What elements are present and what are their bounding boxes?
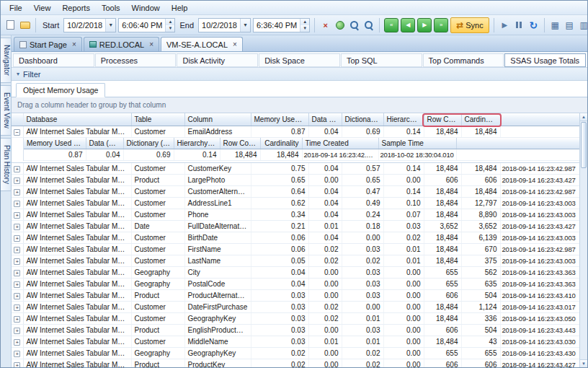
expander-cell[interactable]: + — [12, 267, 23, 279]
table-row[interactable]: +AW Internet Sales Tabular Mode...DateFu… — [12, 221, 579, 232]
col-header-data[interactable]: Data (MB) — [308, 113, 342, 126]
clear-icon[interactable]: × — [319, 19, 331, 31]
end-time-input[interactable]: 6:36:40 PM ▲▼ — [253, 18, 310, 32]
tab-ssas-usage-totals[interactable]: SSAS Usage Totals — [504, 53, 586, 67]
scrollbar-thumb[interactable] — [581, 122, 587, 168]
expander-cell[interactable]: + — [12, 255, 23, 267]
tab-top-sql[interactable]: Top SQL — [341, 53, 422, 67]
tab-start-page[interactable]: Start Page × — [14, 37, 82, 51]
table-row[interactable]: +AW Internet Sales Tabular Mode...Custom… — [12, 232, 579, 244]
col-header-dictionary[interactable]: Dictionary (MB) — [342, 113, 383, 126]
cascade-windows-icon[interactable]: ▤ — [564, 19, 576, 31]
tab-red-local[interactable]: RED.LOCAL × — [84, 37, 159, 51]
expand-icon[interactable]: + — [14, 224, 20, 230]
collapse-icon[interactable]: − — [14, 129, 20, 136]
chevron-down-icon[interactable]: ▾ — [240, 19, 250, 32]
col-header-hierarchy[interactable]: Hierarchy (MB) — [383, 113, 424, 126]
table-row[interactable]: +AW Internet Sales Tabular Mode...Custom… — [12, 336, 579, 348]
detail-col-time-created[interactable]: Time Created — [302, 138, 378, 149]
next-sample-button[interactable]: ▶ — [417, 18, 432, 32]
filter-bar[interactable]: ▾ Filter — [12, 68, 587, 81]
col-header-time-created[interactable] — [500, 113, 579, 126]
end-time-spinner[interactable]: ▲▼ — [300, 19, 309, 32]
start-date-input[interactable]: 10/2/2018 ▾ — [63, 18, 116, 32]
detail-col-cardinality[interactable]: Cardinality — [260, 138, 302, 149]
expand-icon[interactable]: + — [14, 351, 20, 357]
table-row[interactable]: +AW Internet Sales Tabular Mode...Custom… — [12, 255, 579, 267]
expander-cell[interactable]: + — [12, 175, 23, 186]
expand-icon[interactable]: + — [14, 293, 20, 299]
table-row[interactable]: +AW Internet Sales Tabular Mode...Custom… — [12, 198, 579, 209]
detail-col-hierarchy[interactable]: Hierarchy (MB) — [174, 138, 220, 149]
col-header-database[interactable]: Database — [23, 113, 131, 126]
detail-col-data[interactable]: Data (MB) — [86, 138, 123, 149]
expand-icon[interactable]: + — [14, 247, 20, 253]
menu-view[interactable]: View — [28, 2, 57, 14]
previous-sample-button[interactable]: ◀ — [401, 18, 415, 32]
col-header-cardinality[interactable]: Cardinality — [461, 113, 500, 126]
expander-cell[interactable]: + — [12, 186, 23, 198]
menu-window[interactable]: Window — [126, 2, 166, 14]
expander-cell[interactable]: + — [12, 198, 23, 209]
table-row[interactable]: +AW Internet Sales Tabular Mode...Custom… — [12, 209, 579, 221]
chevron-down-icon[interactable]: ▾ — [105, 19, 115, 32]
expand-icon[interactable]: + — [14, 235, 20, 242]
last-sample-button[interactable]: » — [434, 18, 448, 32]
table-row[interactable]: +AW Internet Sales Tabular Mode...Custom… — [12, 313, 579, 325]
menu-file[interactable]: File — [4, 2, 28, 14]
menu-reports[interactable]: Reports — [56, 2, 96, 14]
expand-icon[interactable]: + — [14, 362, 20, 367]
tab-object-memory-usage[interactable]: Object Memory Usage — [16, 83, 105, 97]
expander-cell[interactable]: + — [12, 244, 23, 255]
start-time-input[interactable]: 6:06:40 PM ▲▼ — [118, 18, 175, 32]
detail-col-memory-used[interactable]: Memory Used (MB)▼ — [24, 138, 86, 149]
play-icon[interactable]: ▶ — [499, 19, 511, 31]
expand-icon[interactable]: + — [14, 189, 20, 196]
expander-cell[interactable]: + — [12, 290, 23, 302]
new-icon[interactable] — [4, 19, 17, 31]
expander-cell[interactable]: + — [12, 221, 23, 232]
sidebar-tab-plan-history[interactable]: Plan History — [1, 138, 12, 191]
detail-col-dictionary[interactable]: Dictionary (MB) — [123, 138, 174, 149]
expander-cell[interactable]: + — [12, 313, 23, 325]
globe-icon[interactable] — [334, 19, 346, 31]
table-row[interactable]: +AW Internet Sales Tabular Mode...Produc… — [12, 175, 579, 186]
tab-processes[interactable]: Processes — [95, 53, 177, 67]
close-icon[interactable]: × — [233, 41, 237, 48]
table-row[interactable]: +AW Internet Sales Tabular Mode...Custom… — [12, 186, 579, 198]
zoom-in-icon[interactable] — [362, 19, 375, 31]
col-header-column[interactable]: Column — [184, 113, 251, 126]
expand-icon[interactable]: + — [14, 328, 20, 334]
expand-icon[interactable]: + — [14, 305, 20, 311]
expander-cell[interactable]: + — [12, 163, 23, 175]
tab-dashboard[interactable]: Dashboard — [13, 53, 94, 67]
table-row-expanded[interactable]: − AW Internet Sales Tabular Mode... Cust… — [12, 126, 579, 137]
end-date-input[interactable]: 10/2/2018 ▾ — [198, 18, 251, 32]
expander-cell[interactable]: + — [12, 232, 23, 244]
expander-cell[interactable]: + — [12, 325, 23, 336]
col-header-row-count[interactable]: Row Count — [424, 113, 461, 126]
expand-icon[interactable]: + — [14, 212, 20, 219]
expand-icon[interactable]: + — [14, 281, 20, 288]
expand-icon[interactable]: + — [14, 166, 20, 172]
tile-windows-icon[interactable]: ▦ — [549, 19, 561, 31]
tab-disk-space[interactable]: Disk Space — [259, 53, 340, 67]
table-row[interactable]: +AW Internet Sales Tabular Mode...Geogra… — [12, 348, 579, 359]
expander-cell[interactable]: + — [12, 336, 23, 348]
expander-cell[interactable]: − — [12, 126, 23, 137]
tab-top-commands[interactable]: Top Commands — [423, 53, 504, 67]
group-by-panel[interactable]: Drag a column header to group by that co… — [12, 97, 587, 113]
detail-col-row-count[interactable]: Row Count — [220, 138, 260, 149]
expand-icon[interactable]: + — [14, 270, 20, 276]
collapse-arrow-icon[interactable]: ▾ — [17, 71, 19, 77]
split-window-icon[interactable]: ▥ — [578, 19, 588, 31]
expand-icon[interactable]: + — [14, 339, 20, 346]
menu-help[interactable]: Help — [166, 2, 194, 14]
sidebar-tab-navigator[interactable]: Navigator — [1, 38, 12, 83]
detail-col-sample-time[interactable]: Sample Time — [378, 138, 456, 149]
expand-icon[interactable]: + — [14, 201, 20, 207]
close-icon[interactable]: × — [72, 41, 76, 48]
detail-row[interactable]: 0.87 0.04 0.69 0.14 18,484 18,484 2018-0… — [24, 149, 579, 161]
table-row[interactable]: +AW Internet Sales Tabular Mode...Geogra… — [12, 279, 579, 290]
table-row[interactable]: +AW Internet Sales Tabular Mode...Custom… — [12, 244, 579, 255]
